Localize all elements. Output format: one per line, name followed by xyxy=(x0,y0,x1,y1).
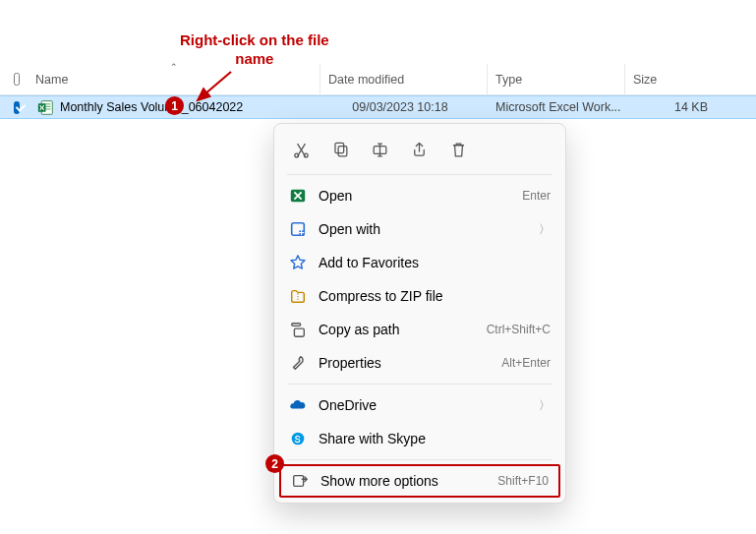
trash-icon xyxy=(449,141,468,159)
menu-compress-zip[interactable]: Compress to ZIP file xyxy=(279,279,560,313)
svg-line-0 xyxy=(198,72,231,100)
annotation-line1: Right-click on the file xyxy=(180,31,329,48)
menu-more-label: Show more options xyxy=(320,473,486,489)
onedrive-icon xyxy=(289,396,307,414)
scissors-icon xyxy=(292,141,311,159)
column-type-label: Type xyxy=(495,73,522,87)
menu-open[interactable]: Open Enter xyxy=(279,179,560,212)
column-header-row: ⌃ Name Date modified Type Size xyxy=(0,64,756,95)
context-menu-toolbar xyxy=(279,129,560,170)
menu-copypath-label: Copy as path xyxy=(319,322,475,337)
excel-file-icon xyxy=(37,99,54,116)
menu-open-with-label: Open with xyxy=(319,221,527,237)
share-button[interactable] xyxy=(401,133,436,166)
star-icon xyxy=(289,254,307,271)
rename-icon xyxy=(371,141,389,159)
file-row[interactable]: Monthly Sales Volume_06042022 09/03/2023… xyxy=(0,95,756,119)
menu-copy-path[interactable]: Copy as path Ctrl+Shift+C xyxy=(279,313,560,346)
menu-properties-label: Properties xyxy=(319,355,490,371)
menu-favorites-label: Add to Favorites xyxy=(319,255,551,270)
cut-button[interactable] xyxy=(283,133,319,166)
zip-icon xyxy=(289,287,307,305)
column-size-label: Size xyxy=(633,73,657,87)
wrench-icon xyxy=(289,354,307,372)
menu-skype-label: Share with Skype xyxy=(319,431,551,446)
open-with-icon xyxy=(289,220,307,238)
row-size-cell: 14 KB xyxy=(625,96,724,118)
menu-onedrive[interactable]: OneDrive 〉 xyxy=(279,388,560,422)
svg-rect-15 xyxy=(294,328,304,336)
menu-skype[interactable]: Share with Skype xyxy=(279,422,560,455)
file-size-label: 14 KB xyxy=(674,100,708,114)
copy-path-icon xyxy=(289,321,307,338)
svg-rect-8 xyxy=(334,143,343,152)
svg-point-16 xyxy=(292,433,305,445)
menu-zip-label: Compress to ZIP file xyxy=(319,288,551,304)
svg-point-6 xyxy=(294,153,298,157)
row-checkbox-col[interactable] xyxy=(0,96,28,118)
delete-button[interactable] xyxy=(440,133,476,166)
column-header-checkbox[interactable] xyxy=(0,64,28,94)
column-header-date[interactable]: Date modified xyxy=(320,64,488,94)
menu-open-with[interactable]: Open with 〉 xyxy=(279,212,560,246)
step-badge-2-num: 2 xyxy=(271,457,278,471)
step-badge-1: 1 xyxy=(165,96,184,115)
menu-show-more-options[interactable]: Show more options Shift+F10 xyxy=(279,464,560,498)
svg-rect-17 xyxy=(294,476,304,487)
skype-icon xyxy=(289,430,307,447)
menu-more-shortcut: Shift+F10 xyxy=(497,474,549,488)
row-type-cell: Microsoft Excel Work... xyxy=(488,96,625,118)
menu-copypath-shortcut: Ctrl+Shift+C xyxy=(487,323,551,336)
excel-app-icon xyxy=(289,187,307,205)
select-all-checkbox[interactable] xyxy=(14,73,20,86)
annotation-line2: name xyxy=(235,50,273,67)
copy-icon xyxy=(331,141,350,159)
svg-rect-14 xyxy=(292,324,301,326)
step-badge-1-num: 1 xyxy=(171,99,178,113)
menu-onedrive-label: OneDrive xyxy=(319,397,527,413)
chevron-right-icon: 〉 xyxy=(539,221,551,238)
column-name-label: Name xyxy=(35,73,68,87)
menu-open-label: Open xyxy=(319,188,510,204)
copy-button[interactable] xyxy=(322,133,358,166)
column-header-name[interactable]: ⌃ Name xyxy=(28,64,320,94)
annotation-text: Right-click on the file name xyxy=(180,31,329,69)
context-menu: Open Enter Open with 〉 Add to Favorites … xyxy=(273,123,566,504)
step-badge-2: 2 xyxy=(265,454,284,473)
column-header-type[interactable]: Type xyxy=(488,64,625,94)
chevron-right-icon: 〉 xyxy=(539,397,551,414)
share-icon xyxy=(410,141,429,159)
menu-add-favorites[interactable]: Add to Favorites xyxy=(279,246,560,279)
menu-open-shortcut: Enter xyxy=(522,189,551,203)
row-checkbox[interactable] xyxy=(14,101,20,114)
row-date-cell: 09/03/2023 10:18 xyxy=(320,96,488,118)
sort-indicator-icon: ⌃ xyxy=(170,62,178,72)
column-date-label: Date modified xyxy=(328,73,404,87)
more-options-icon xyxy=(291,472,309,490)
menu-separator xyxy=(287,174,552,175)
file-date-label: 09/03/2023 10:18 xyxy=(352,100,447,114)
file-type-label: Microsoft Excel Work... xyxy=(495,100,621,114)
menu-separator xyxy=(287,459,552,460)
svg-rect-9 xyxy=(338,146,347,155)
menu-properties-shortcut: Alt+Enter xyxy=(501,356,551,370)
rename-button[interactable] xyxy=(362,133,397,166)
menu-properties[interactable]: Properties Alt+Enter xyxy=(279,346,560,380)
annotation-arrow-icon xyxy=(192,69,241,108)
svg-point-7 xyxy=(304,153,308,157)
menu-separator xyxy=(287,384,552,385)
column-header-size[interactable]: Size xyxy=(625,64,724,94)
